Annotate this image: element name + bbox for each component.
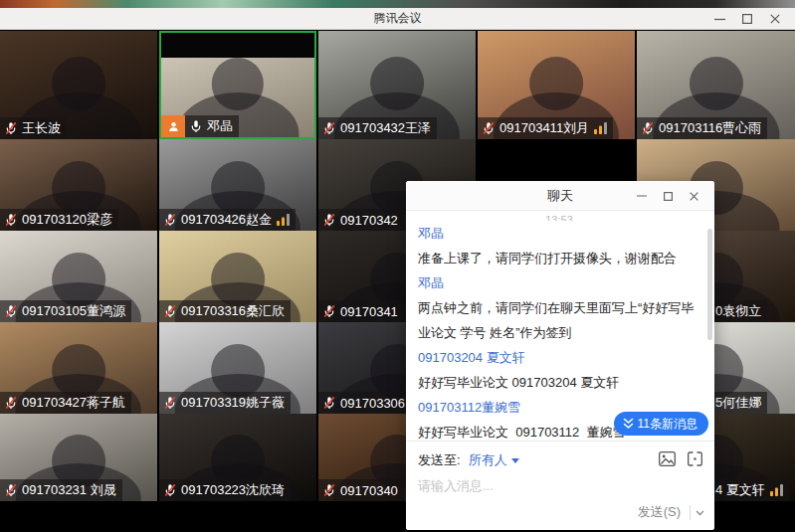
participant-nameplate: 王长波 xyxy=(0,117,67,139)
minimize-icon xyxy=(637,191,647,201)
mic-muted-icon xyxy=(163,304,177,318)
participant-name: 091703319姚子薇 xyxy=(181,394,285,412)
video-tile[interactable]: 091703105董鸿源 xyxy=(0,231,157,322)
caret-down-icon xyxy=(511,458,519,463)
double-chevron-down-icon xyxy=(623,418,634,430)
video-tile[interactable]: 091703426赵金 xyxy=(159,139,316,231)
mic-muted-icon xyxy=(4,304,18,318)
video-tile[interactable]: 091703116曹心雨 xyxy=(637,31,795,139)
participant-name: 王长波 xyxy=(22,119,61,137)
participant-name: 091703427蒋子航 xyxy=(22,394,125,412)
video-tile[interactable]: 091703411刘月 xyxy=(478,31,635,139)
participant-nameplate: 091703319姚子薇 xyxy=(159,392,291,414)
window-titlebar: 腾讯会议 xyxy=(0,8,795,30)
participant-name: 091703411刘月 xyxy=(499,119,589,137)
participant-name: 091703426赵金 xyxy=(181,211,272,229)
maximize-icon xyxy=(664,192,673,201)
mic-muted-icon xyxy=(4,121,18,135)
chat-window: 聊天 13:53 邓晶准备上课了，请同学们打开摄像头，谢谢配合邓晶两点钟之前，请… xyxy=(406,181,714,530)
video-tile[interactable]: 091703427蒋子航 xyxy=(0,322,157,414)
video-tile[interactable]: 邓晶 xyxy=(159,31,316,139)
close-button[interactable] xyxy=(761,8,789,30)
send-button[interactable]: 发送(S) xyxy=(634,503,685,521)
mic-muted-icon xyxy=(4,213,18,227)
screenshot-icon[interactable] xyxy=(688,451,702,470)
maximize-icon xyxy=(742,14,752,24)
participant-nameplate: 091703426赵金 xyxy=(159,209,296,231)
maximize-button[interactable] xyxy=(733,8,761,30)
chat-scrollbar[interactable] xyxy=(707,229,712,340)
participant-name: 邓晶 xyxy=(207,117,233,135)
participant-nameplate: 091703306 xyxy=(318,392,411,414)
mic-muted-icon xyxy=(322,483,336,497)
desktop-wallpaper-strip xyxy=(0,0,795,8)
mic-muted-icon xyxy=(322,396,336,410)
mic-muted-icon xyxy=(322,213,336,227)
participant-nameplate: 091703427蒋子航 xyxy=(0,392,131,414)
participant-nameplate: 5何佳娜 xyxy=(714,392,767,414)
send-to-label: 发送至: xyxy=(418,451,461,469)
participant-name: 0袁彻立 xyxy=(715,302,761,320)
mic-on-icon xyxy=(189,119,203,133)
new-messages-badge[interactable]: 11条新消息 xyxy=(614,412,708,436)
participant-nameplate: 0袁彻立 xyxy=(714,300,767,322)
participant-nameplate: 091703231 刘晟 xyxy=(0,479,122,501)
host-badge xyxy=(161,115,185,137)
mic-muted-icon xyxy=(163,396,177,410)
mic-muted-icon xyxy=(4,483,18,497)
participant-nameplate: 09170342 xyxy=(318,209,404,231)
image-icon[interactable] xyxy=(659,451,676,470)
participant-nameplate: 091703411刘月 xyxy=(478,117,613,139)
chat-maximize-button[interactable] xyxy=(655,181,681,211)
participant-name: 091703306 xyxy=(340,396,405,411)
chat-message-text: 准备上课了，请同学们打开摄像头，谢谢配合 xyxy=(418,246,700,270)
video-tile[interactable]: 091703231 刘晟 xyxy=(0,414,157,501)
participant-nameplate: 09170341 xyxy=(318,300,404,322)
mic-muted-icon xyxy=(482,121,496,135)
participant-name: 091703105董鸿源 xyxy=(22,302,125,320)
participant-name: 5何佳娜 xyxy=(715,394,761,412)
message-input[interactable] xyxy=(418,478,702,493)
video-tile[interactable]: 091703120梁彦 xyxy=(0,139,157,231)
close-icon xyxy=(690,192,698,201)
video-tile[interactable]: 091703319姚子薇 xyxy=(159,322,316,414)
window-title: 腾讯会议 xyxy=(374,10,422,27)
participant-name: 091703120梁彦 xyxy=(22,211,112,229)
participant-name: 091703231 刘晟 xyxy=(22,481,116,499)
video-tile[interactable]: 王长波 xyxy=(0,31,157,139)
person-icon xyxy=(167,120,180,133)
chat-titlebar: 聊天 xyxy=(406,181,714,211)
send-options-button[interactable] xyxy=(696,506,704,518)
chat-title: 聊天 xyxy=(547,187,573,205)
chat-minimize-button[interactable] xyxy=(629,181,655,211)
video-tile[interactable]: 091703316桑汇欣 xyxy=(159,231,316,322)
chat-close-button[interactable] xyxy=(681,181,706,211)
participant-nameplate: 091703223沈欣琦 xyxy=(159,479,291,501)
minimize-icon xyxy=(714,14,725,25)
chat-message-text: 好好写毕业论文 091703204 夏文轩 xyxy=(418,370,700,395)
mic-muted-icon xyxy=(4,396,18,410)
send-to-selector[interactable]: 所有人 xyxy=(469,451,519,469)
chat-message-sender: 邓晶 xyxy=(418,222,700,246)
participant-name: 091703223沈欣琦 xyxy=(181,481,285,499)
participant-name: 09170340 xyxy=(340,483,398,498)
participant-nameplate: 邓晶 xyxy=(161,115,239,137)
video-tile[interactable]: 091703432王泽 xyxy=(318,31,476,139)
signal-bars-icon xyxy=(770,484,783,496)
minimize-button[interactable] xyxy=(705,8,733,30)
tencent-meeting-screen: 腾讯会议 王长波 xyxy=(0,0,795,532)
mic-muted-icon xyxy=(163,483,177,497)
chat-message-list[interactable]: 13:53 邓晶准备上课了，请同学们打开摄像头，谢谢配合邓晶两点钟之前，请同学们… xyxy=(406,211,714,441)
send-to-value: 所有人 xyxy=(469,451,507,469)
participant-name: 091703316桑汇欣 xyxy=(181,302,285,320)
mic-muted-icon xyxy=(163,213,177,227)
participant-nameplate: 091703116曹心雨 xyxy=(637,117,767,139)
participant-name: 09170342 xyxy=(340,213,398,228)
signal-bars-icon xyxy=(277,214,290,226)
send-divider xyxy=(690,505,691,520)
chevron-down-icon xyxy=(696,510,704,516)
close-icon xyxy=(770,14,780,24)
new-messages-badge-text: 11条新消息 xyxy=(638,416,697,433)
video-tile[interactable]: 091703223沈欣琦 xyxy=(159,414,316,501)
signal-bars-icon xyxy=(594,122,607,134)
